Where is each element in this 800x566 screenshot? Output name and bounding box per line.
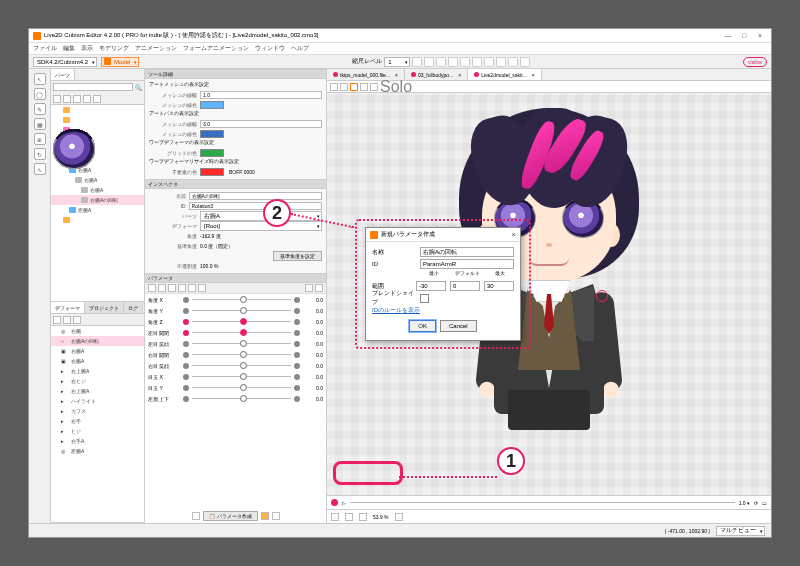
menu-edit[interactable]: 編集 bbox=[63, 44, 75, 53]
key-dot-icon[interactable] bbox=[183, 319, 189, 325]
brush-tool-icon[interactable]: ✎ bbox=[34, 103, 46, 115]
canvas-tool-icon[interactable] bbox=[350, 83, 358, 91]
menu-window[interactable]: ウィンドウ bbox=[255, 44, 285, 53]
close-button[interactable]: × bbox=[753, 31, 767, 41]
color-chip[interactable] bbox=[200, 149, 224, 157]
color-chip[interactable] bbox=[200, 101, 224, 109]
lock-icon[interactable] bbox=[53, 388, 59, 394]
deformer-tool-icon[interactable] bbox=[63, 316, 71, 324]
lock-icon[interactable] bbox=[53, 348, 59, 354]
canvas-tab-active[interactable]: Live2dmodel_sakit...× bbox=[468, 69, 542, 80]
minimize-button[interactable]: — bbox=[721, 31, 735, 41]
key-dot-icon[interactable] bbox=[294, 297, 300, 303]
play-icon[interactable]: ▷ bbox=[342, 500, 346, 506]
parts-tool-icon[interactable] bbox=[63, 95, 71, 103]
tree-row[interactable]: ▸ハイライト bbox=[51, 396, 144, 406]
param-tool-icon[interactable] bbox=[178, 284, 186, 292]
param-tool-icon[interactable] bbox=[168, 284, 176, 292]
param-slider[interactable] bbox=[192, 387, 291, 388]
param-slider[interactable] bbox=[192, 310, 291, 311]
lock-icon[interactable] bbox=[53, 217, 59, 223]
project-tab[interactable]: プロジェクト bbox=[85, 302, 124, 313]
parts-tool-icon[interactable] bbox=[53, 95, 61, 103]
tree-row[interactable]: ▣右腕A bbox=[51, 356, 144, 366]
lock-icon[interactable] bbox=[53, 438, 59, 444]
path-tool-icon[interactable]: ∿ bbox=[34, 163, 46, 175]
param-slider[interactable] bbox=[192, 299, 291, 300]
param-tool-icon[interactable] bbox=[198, 284, 206, 292]
deformer-dropdown[interactable]: [Root] bbox=[200, 221, 322, 231]
key-dot-icon[interactable] bbox=[183, 385, 189, 391]
menu-help[interactable]: ヘルプ bbox=[291, 44, 309, 53]
menu-modeling[interactable]: モデリング bbox=[99, 44, 129, 53]
lock-icon[interactable] bbox=[53, 117, 59, 123]
parameter-row[interactable]: 右目 開閉0.0 bbox=[145, 349, 326, 360]
tree-row[interactable]: 右腕Aの回転 bbox=[51, 195, 144, 205]
set-baseangle-button[interactable]: 基準角度を設定 bbox=[273, 251, 322, 261]
glue-tool-icon[interactable]: ⊕ bbox=[34, 133, 46, 145]
canvas-status-icon[interactable] bbox=[359, 513, 367, 521]
menu-file[interactable]: ファイル bbox=[33, 44, 57, 53]
zoom-value[interactable]: 53.9 % bbox=[373, 514, 389, 520]
lock-icon[interactable] bbox=[53, 328, 59, 334]
param-tool-icon[interactable] bbox=[158, 284, 166, 292]
param-slider[interactable] bbox=[192, 332, 291, 333]
parameter-row[interactable]: 左眉 上下0.0 bbox=[145, 393, 326, 404]
vialive-button[interactable]: vialive bbox=[743, 57, 767, 67]
canvas-tool-icon[interactable] bbox=[330, 83, 338, 91]
parameter-row[interactable]: 角度 Y0.0 bbox=[145, 305, 326, 316]
sdk-dropdown[interactable]: SDK4.2/Cubism4.2 bbox=[33, 57, 97, 67]
param-slider[interactable] bbox=[192, 321, 291, 322]
param-slider[interactable] bbox=[192, 398, 291, 399]
parts-tool-icon[interactable] bbox=[83, 95, 91, 103]
lock-icon[interactable] bbox=[53, 187, 59, 193]
lock-icon[interactable] bbox=[53, 127, 59, 133]
key-dot-icon[interactable] bbox=[294, 374, 300, 380]
toolbar-icon[interactable] bbox=[520, 57, 530, 67]
param-tool-icon[interactable] bbox=[315, 284, 323, 292]
key-dot-icon[interactable] bbox=[183, 308, 189, 314]
tree-row[interactable]: ▸右上腕A bbox=[51, 366, 144, 376]
canvas-tool-icon[interactable] bbox=[340, 83, 348, 91]
tree-row[interactable]: ▸右手 bbox=[51, 416, 144, 426]
tree-row[interactable] bbox=[51, 105, 144, 115]
canvas-status-icon[interactable] bbox=[395, 513, 403, 521]
key-dot-icon[interactable] bbox=[183, 330, 189, 336]
key-dot-icon[interactable] bbox=[183, 374, 189, 380]
key-dot-icon[interactable] bbox=[183, 363, 189, 369]
key-dot-icon[interactable] bbox=[294, 385, 300, 391]
lock-icon[interactable] bbox=[53, 378, 59, 384]
param-slider[interactable] bbox=[192, 343, 291, 344]
toolbar-icon[interactable] bbox=[508, 57, 518, 67]
key-dot-icon[interactable] bbox=[183, 341, 189, 347]
color-chip[interactable] bbox=[200, 168, 224, 176]
lasso-tool-icon[interactable]: ◯ bbox=[34, 88, 46, 100]
parameter-row[interactable]: 右目 笑顔0.0 bbox=[145, 360, 326, 371]
tree-row[interactable]: ◎右腕 bbox=[51, 326, 144, 336]
param-arrange-icon[interactable] bbox=[192, 512, 200, 520]
id-input[interactable] bbox=[189, 202, 322, 210]
log-tab[interactable]: ログ bbox=[124, 302, 143, 313]
toolbar-icon[interactable] bbox=[448, 57, 458, 67]
key-dot-icon[interactable] bbox=[294, 363, 300, 369]
tree-row[interactable]: ▸右手A bbox=[51, 436, 144, 446]
toolbar-icon[interactable] bbox=[460, 57, 470, 67]
rotation-deformer-gizmo[interactable] bbox=[596, 290, 608, 302]
tree-row[interactable]: 右腕A bbox=[51, 185, 144, 195]
param-slider[interactable] bbox=[192, 376, 291, 377]
lock-icon[interactable] bbox=[53, 368, 59, 374]
deformer-tool-icon[interactable] bbox=[73, 316, 81, 324]
parts-tool-icon[interactable] bbox=[93, 95, 101, 103]
color-chip[interactable] bbox=[200, 130, 224, 138]
param-tool-icon[interactable] bbox=[188, 284, 196, 292]
tree-row[interactable]: ▣右腕A bbox=[51, 346, 144, 356]
multiview-dropdown[interactable]: マルチビュー bbox=[716, 526, 765, 536]
arrow-tool-icon[interactable]: ↖ bbox=[34, 73, 46, 85]
tree-row[interactable]: ○右腕Aの回転 bbox=[51, 336, 144, 346]
deformer-tool-icon[interactable] bbox=[53, 316, 61, 324]
key-dot-icon[interactable] bbox=[294, 396, 300, 402]
deformer-tab[interactable]: デフォーマ bbox=[51, 302, 85, 313]
param-delete-icon[interactable] bbox=[272, 512, 280, 520]
canvas-tool-icon[interactable] bbox=[360, 83, 368, 91]
zoom-level-dropdown[interactable]: 1 bbox=[384, 57, 410, 67]
